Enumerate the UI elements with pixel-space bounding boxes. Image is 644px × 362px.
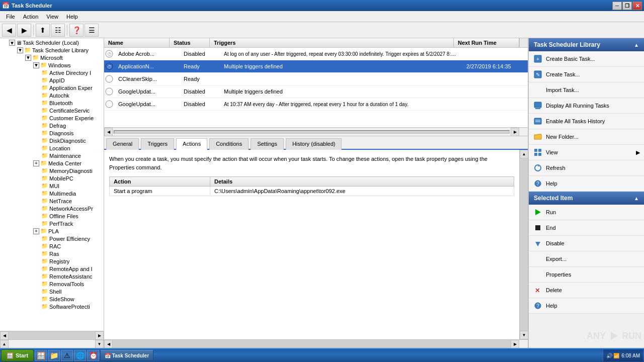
taskbar-shield-btn[interactable]: ⚠ [61, 350, 73, 361]
left-vscroll-up-btn[interactable]: ▲ [0, 340, 9, 348]
sidebar-item-pla[interactable]: + 📁 PLA [1, 227, 103, 235]
sidebar-item-autochk[interactable]: 📁 Autochk [1, 92, 103, 99]
taskbar-folder-btn[interactable]: 📁 [48, 350, 60, 361]
sidebar-item-location[interactable]: 📁 Location [1, 144, 103, 152]
start-button[interactable]: 🪟 Start [1, 349, 34, 361]
sidebar-item-media-center[interactable]: + 📁 Media Center [1, 159, 103, 167]
table-row[interactable]: ⏱ Adobe Acrob... Disabled At log on of a… [104, 48, 528, 60]
col-header-triggers[interactable]: Triggers [210, 38, 454, 47]
tab-triggers[interactable]: Triggers [141, 138, 174, 150]
menu-action[interactable]: Action [19, 13, 43, 21]
table-row[interactable]: ⏱ ApplicationN... Ready Multiple trigger… [104, 60, 528, 73]
sidebar-item-appid[interactable]: 📁 AppID [1, 76, 103, 84]
sidebar-item-software-protection[interactable]: 📁 SoftwareProtecti [1, 303, 103, 310]
sidebar-item-network-access[interactable]: 📁 NetworkAccessPr [1, 205, 103, 212]
table-row[interactable]: GoogleUpdat... Disabled Multiple trigger… [104, 85, 528, 98]
tree-library-expand[interactable]: ▼ [17, 47, 23, 53]
action-help-library[interactable]: ? Help [529, 176, 644, 192]
detail-vscroll-track[interactable] [520, 158, 528, 331]
tree-library[interactable]: ▼ 📁 Task Scheduler Library [1, 46, 103, 54]
hscroll-track[interactable] [114, 130, 510, 134]
menu-view[interactable]: View [42, 13, 62, 21]
sidebar-item-diagnosis[interactable]: 📁 Diagnosis [1, 129, 103, 137]
taskbar-clock-btn[interactable]: ⏰ [87, 350, 99, 361]
sidebar-item-power-efficiency[interactable]: 📁 Power Efficiency [1, 235, 103, 242]
sidebar-item-memory-diagnostics[interactable]: 📁 MemoryDiagnosti [1, 167, 103, 174]
minimize-button[interactable]: ─ [612, 2, 622, 10]
sidebar-item-application-experience[interactable]: 📁 Application Exper [1, 84, 103, 92]
left-hscroll-track[interactable] [9, 331, 95, 339]
action-help-selected[interactable]: ? Help [529, 298, 644, 314]
action-disable[interactable]: Disable [529, 236, 644, 251]
sidebar-item-mui[interactable]: 📁 MUI [1, 182, 103, 190]
sidebar-item-defrag[interactable]: 📁 Defrag [1, 122, 103, 129]
action-end[interactable]: End [529, 220, 644, 236]
tree-pla-expand[interactable]: + [33, 228, 39, 234]
tab-actions[interactable]: Actions [176, 138, 207, 150]
sidebar-item-shell[interactable]: 📁 Shell [1, 288, 103, 295]
col-header-name[interactable]: Name [104, 38, 170, 47]
action-run[interactable]: Run [529, 205, 644, 220]
sidebar-item-customer-experience[interactable]: 📁 Customer Experie [1, 114, 103, 122]
detail-vscroll-up-btn[interactable]: ▲ [520, 150, 528, 158]
close-button[interactable]: ✕ [632, 2, 642, 10]
sidebar-item-offline-files[interactable]: 📁 Offline Files [1, 212, 103, 220]
menu-help[interactable]: Help [62, 13, 82, 21]
detail-hscroll-right-btn[interactable]: ▶ [511, 340, 519, 348]
properties-button[interactable]: ☰ [85, 24, 99, 37]
action-enable-history[interactable]: Enable All Tasks History [529, 114, 644, 129]
sidebar-item-remote-app[interactable]: 📁 RemoteApp and I [1, 265, 103, 273]
sidebar-item-removal-tools[interactable]: 📁 RemovalTools [1, 280, 103, 288]
taskbar-task-scheduler-btn[interactable]: 📅 Task Scheduler [100, 350, 153, 361]
sidebar-item-bluetooth[interactable]: 📁 Bluetooth [1, 99, 103, 107]
action-refresh[interactable]: Refresh [529, 160, 644, 176]
action-display-running[interactable]: Display All Running Tasks [529, 98, 644, 114]
menu-file[interactable]: File [2, 13, 19, 21]
tab-conditions[interactable]: Conditions [209, 138, 249, 150]
sidebar-item-ras[interactable]: 📁 Ras [1, 250, 103, 257]
tree-root[interactable]: ▼ 🖥 Task Scheduler (Local) [1, 39, 103, 46]
sidebar-item-sideshow[interactable]: 📁 SideShow [1, 295, 103, 303]
tree-microsoft-expand[interactable]: ▼ [25, 55, 31, 61]
action-delete[interactable]: ✕ Delete [529, 283, 644, 298]
detail-vscroll-down-btn[interactable]: ▼ [520, 331, 528, 339]
sidebar-item-nettrace[interactable]: 📁 NetTrace [1, 197, 103, 205]
sidebar-item-remote-assistance[interactable]: 📁 RemoteAssistanc [1, 273, 103, 280]
restore-button[interactable]: ❐ [622, 2, 632, 10]
left-hscroll-right-btn[interactable]: ▶ [95, 331, 104, 340]
tab-settings[interactable]: Settings [251, 138, 284, 150]
left-hscroll-left-btn[interactable]: ◀ [0, 331, 9, 340]
table-row[interactable]: GoogleUpdat... Disabled At 10:37 AM ever… [104, 98, 528, 111]
forward-button[interactable]: ▶ [17, 24, 31, 37]
help-button[interactable]: ❓ [69, 24, 84, 37]
up-button[interactable]: ⬆ [36, 24, 50, 37]
tree-root-expand[interactable]: ▼ [9, 40, 15, 46]
tab-general[interactable]: General [106, 138, 139, 150]
collapse-library-btn[interactable]: ▲ [634, 42, 639, 48]
left-vscroll-down-btn[interactable]: ▼ [95, 340, 104, 348]
tree-microsoft[interactable]: ▼ 📁 Microsoft [1, 54, 103, 61]
action-import-task[interactable]: Import Task... [529, 82, 644, 98]
tree-windows[interactable]: ▼ 📁 Windows [1, 61, 103, 69]
action-properties[interactable]: Properties [529, 267, 644, 283]
col-header-status[interactable]: Status [170, 38, 210, 47]
action-create-basic-task[interactable]: + Create Basic Task... [529, 51, 644, 67]
hscroll-left-btn[interactable]: ◀ [104, 128, 113, 136]
tree-windows-expand[interactable]: ▼ [33, 62, 39, 68]
sidebar-item-certificate-services[interactable]: 📁 CertificateServic [1, 107, 103, 114]
col-header-next-run[interactable]: Next Run Time [454, 38, 519, 47]
sidebar-item-rac[interactable]: 📁 RAC [1, 242, 103, 250]
view-button[interactable]: ☷ [51, 24, 65, 37]
sidebar-item-disk-diagnostic[interactable]: 📁 DiskDiagnostic [1, 137, 103, 144]
sidebar-item-registry[interactable]: 📁 Registry [1, 257, 103, 265]
table-row[interactable]: Start a program C:\Users\admin\AppData\R… [110, 187, 514, 196]
detail-hscroll-track[interactable] [113, 340, 511, 348]
table-row[interactable]: CCleanerSkip... Ready [104, 73, 528, 85]
action-export[interactable]: Export... [529, 251, 644, 267]
action-view[interactable]: View ▶ [529, 145, 644, 160]
sidebar-item-mobile-pc[interactable]: 📁 MobilePC [1, 174, 103, 182]
action-create-task[interactable]: ✎ Create Task... [529, 67, 644, 82]
tab-history[interactable]: History (disabled) [286, 138, 342, 150]
sidebar-item-maintenance[interactable]: 📁 Maintenance [1, 152, 103, 159]
tree-media-center-expand[interactable]: + [33, 160, 39, 166]
